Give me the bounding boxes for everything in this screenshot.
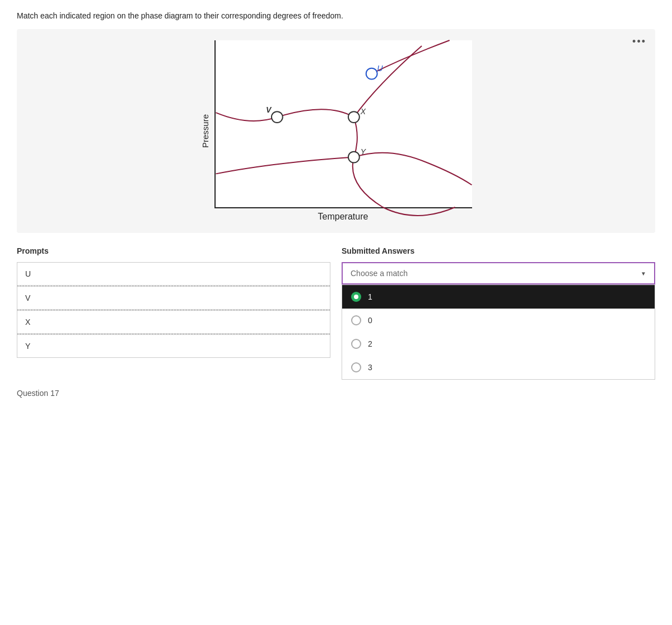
radio-selected-icon [351,292,361,302]
phase-diagram-svg: U V X Y [216,40,472,207]
prompts-header: Prompts [17,246,330,255]
option-label-0: 0 [368,316,372,325]
x-axis-label: Temperature [214,212,472,222]
prompt-row-X: X [17,310,330,334]
radio-unselected-icon-3 [351,362,361,372]
prompt-row-Y: Y [17,334,330,358]
diagram-container: ••• Pressure [17,29,655,233]
option-label-2: 2 [368,339,372,348]
radio-unselected-icon-0 [351,315,361,325]
qa-section: Prompts U V X Y Submitted Answers Choose… [17,246,655,380]
dropdown-options-list: 1 0 2 3 [342,284,655,380]
radio-unselected-icon-2 [351,339,361,349]
point-Y [348,152,359,163]
instruction-text: Match each indicated region on the phase… [17,11,655,20]
prompt-label-X: X [25,318,30,327]
prompt-label-V: V [25,293,30,302]
label-V: V [265,105,272,114]
phase-diagram: U V X Y [214,40,472,208]
option-label-1: 1 [368,292,372,301]
question-number: Question 17 [17,389,655,398]
label-U: U [377,64,383,73]
label-X: X [360,107,366,116]
option-label-3: 3 [368,363,372,372]
match-dropdown-label: Choose a match [351,269,408,278]
answers-column: Submitted Answers Choose a match ▼ 1 0 2 [342,246,655,380]
prompts-column: Prompts U V X Y [17,246,342,358]
more-options-icon[interactable]: ••• [632,36,646,48]
option-1[interactable]: 1 [342,285,655,309]
answers-header: Submitted Answers [342,246,655,255]
dropdown-arrow-icon: ▼ [641,270,646,277]
prompt-label-U: U [25,269,31,278]
y-axis-label: Pressure [200,114,210,148]
prompt-row-U: U [17,262,330,286]
option-2[interactable]: 2 [342,332,655,356]
option-0[interactable]: 0 [342,309,655,332]
prompt-label-Y: Y [25,342,30,351]
point-X [348,111,359,123]
match-dropdown[interactable]: Choose a match ▼ [342,262,655,284]
option-3[interactable]: 3 [342,356,655,379]
prompt-row-V: V [17,286,330,310]
diagram-wrap: Pressure [200,40,472,222]
point-V [271,111,282,123]
point-U [366,68,377,80]
